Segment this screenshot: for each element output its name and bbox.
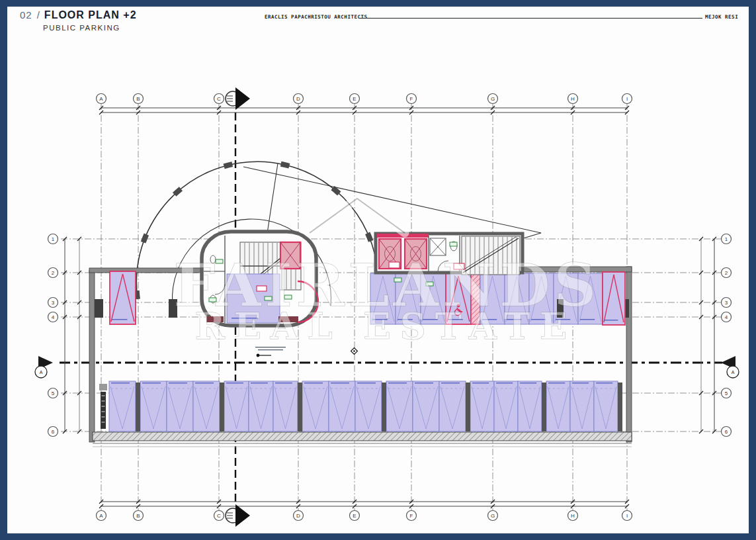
grid-bubble-top-B-label: B [136,96,140,102]
parking-stall [355,381,382,431]
north-arrow-icon [235,504,250,527]
wall-bottom-hatched [93,432,632,441]
parking-stall [140,381,167,431]
stall-label-mark [520,382,536,384]
stall-label-mark [111,382,130,384]
grid-bubble-top-F-label: F [410,96,413,102]
parking-stall [224,381,249,431]
parking-stall [249,381,273,431]
grid-bubble-bottom-E-label: E [353,513,356,519]
stall-column [382,382,386,431]
stall-label-mark [472,382,489,384]
stall-label-mark [275,382,292,384]
stall-label-mark [142,382,161,384]
parking-stall [594,381,618,431]
stall-column [298,382,302,431]
grid-bubble-right-4-label: 4 [725,314,728,320]
grid-bubble-right-1-label: 1 [725,236,728,242]
stall-label-mark [169,382,187,384]
grid-bubble-left-1-label: 1 [52,236,55,242]
grid-bubble-left-6-label: 6 [52,429,55,435]
parking-stall [546,381,570,431]
parking-stall-highlighted [603,272,625,325]
grid-bubble-bottom-D-label: D [296,513,300,519]
grid-bubble-right-5-label: 5 [725,390,728,396]
grid-bubble-top-D-label: D [296,96,300,102]
grid-bubble-left-4-label: 4 [52,314,55,320]
grid-bubble-bottom-B-label: B [136,513,140,519]
watermark-line2: REAL ESTATE [195,305,576,347]
stall-label-mark [304,382,323,384]
section-marker-label: A [732,370,735,375]
stall-column [220,382,224,431]
parking-stall [518,381,542,431]
wall-left [89,270,95,442]
tag-green [450,242,457,246]
column [95,299,103,318]
stall-label-mark [388,382,407,384]
stall-column [618,382,622,431]
stall-label-mark [548,382,565,384]
grid-bubble-top-I-label: I [626,96,628,102]
parking-stall [273,381,298,431]
parking-stall [494,381,518,431]
grid-bubble-left-3-label: 3 [52,300,55,306]
grid-bubble-right-6-label: 6 [725,429,728,435]
grid-bubble-right-2-label: 2 [725,270,728,276]
parking-stall [386,381,413,431]
grid-bubble-bottom-H-label: H [571,513,575,519]
parking-stall [167,381,193,431]
parking-stall [193,381,220,431]
grid-bubble-bottom-F-label: F [410,513,413,519]
grid-bubble-bottom-I-label: I [626,513,628,519]
stall-label-mark [441,382,460,384]
parking-stall-highlighted [110,271,136,324]
stall-label-mark [112,319,127,320]
stall-label-mark [596,382,612,384]
drawing-sheet: 02 / FLOOR PLAN +2 PUBLIC PARKING ERACLI… [0,0,756,540]
north-arrow-icon [235,87,250,110]
grid-bubble-top-A-label: A [99,96,103,102]
stall-label-mark [195,382,214,384]
grid-bubble-top-H-label: H [571,96,575,102]
parking-stall [109,381,136,431]
grid-bubble-top-E-label: E [353,96,356,102]
ramp-sign-post [101,392,106,429]
stall-label-mark [496,382,513,384]
stall-label-mark [605,320,618,321]
parking-stall [329,381,355,431]
grid-bubble-bottom-C-label: C [217,513,221,519]
wall-right [626,267,632,442]
stall-label-mark [357,382,376,384]
grid-bubble-bottom-A-label: A [99,513,103,519]
aisle-note-line [258,349,283,350]
grid-bubble-right-3-label: 3 [725,300,728,306]
stall-label-mark [251,382,268,384]
stall-label-mark [226,382,243,384]
parking-stall [439,381,466,431]
parking-stall [570,381,594,431]
level-diamond-dot [353,350,355,352]
parking-stall [302,381,329,431]
parking-stall [413,381,439,431]
grid-bubble-left-5-label: 5 [52,390,55,396]
stall-label-mark [572,382,589,384]
grid-bubble-left-2-label: 2 [52,270,55,276]
watermark: FAIRLANDS REAL ESTATE [174,199,600,347]
watermark-roof-icon [310,199,405,233]
grid-bubble-bottom-G-label: G [491,513,495,519]
section-marker-label: A [40,370,43,375]
stall-column [542,382,546,431]
stall-label-mark [331,382,349,384]
floor-plan-drawing: AABBCCDDEEFFGGHHII112233445566 AA FAIRLA… [0,0,756,540]
grid-bubble-top-C-label: C [217,96,221,102]
grid-bubble-top-G-label: G [491,96,495,102]
parking-stall [470,381,494,431]
ramp-sign [99,384,107,390]
stall-column [466,382,470,431]
level-arrow-dot [257,354,260,357]
stall-label-mark [415,382,433,384]
stall-column [136,382,140,431]
